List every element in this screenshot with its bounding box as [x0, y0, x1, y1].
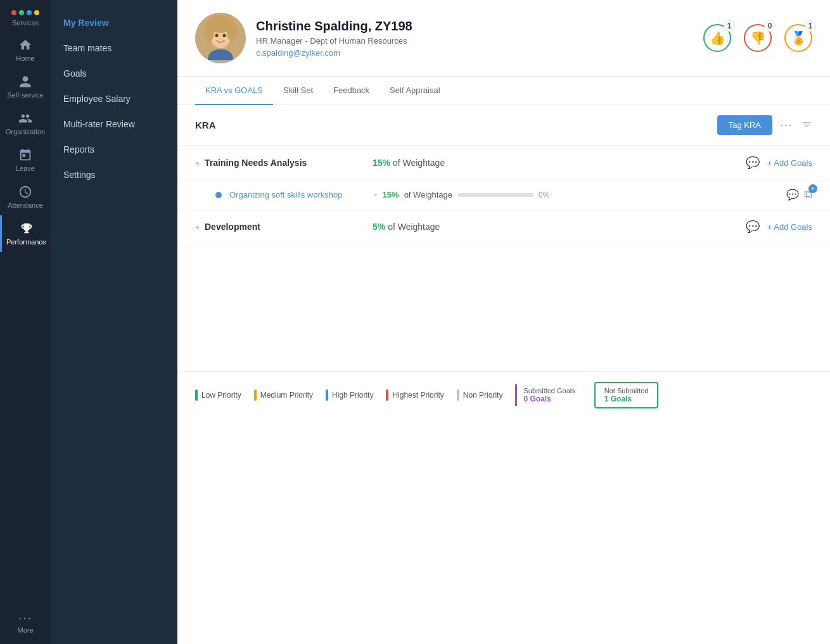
tab-skill-set[interactable]: Skill Set — [273, 77, 323, 105]
profile-info: Christine Spalding, ZY198 HR Manager - D… — [256, 19, 693, 58]
profile-role: HR Manager - Dept of Human Resources — [256, 36, 693, 46]
tabs-bar: KRA vs GOALS Skill Set Feedback Self App… — [177, 77, 830, 105]
legend-bar-highest — [386, 389, 388, 401]
nav-item-organization[interactable]: Organization — [0, 105, 51, 142]
badge-thumbsup: 👍 1 — [703, 24, 731, 52]
kra-actions: Tag KRA ··· — [717, 115, 812, 135]
tab-self-appraisal[interactable]: Self Appraisal — [380, 77, 450, 105]
nav-item-performance[interactable]: Performance — [0, 215, 51, 252]
not-submitted-count: 1 Goals — [604, 395, 649, 403]
svg-point-5 — [227, 22, 237, 42]
goal-weight-info-1: 15% of Weightage 0% — [383, 190, 786, 199]
kra-section-name-development: ⬦ Development — [195, 222, 373, 232]
goal-row-1: Organizing soft skills workshop • 15% of… — [177, 180, 830, 210]
add-goals-button-training[interactable]: + Add Goals — [767, 158, 812, 168]
sidebar-item-settings[interactable]: Settings — [51, 162, 177, 187]
main-content: Christine Spalding, ZY198 HR Manager - D… — [177, 0, 830, 644]
legend-bar-non — [457, 389, 459, 401]
kra-section-name-training: ⬦ Training Needs Analysis — [195, 158, 373, 168]
chevron-icon-development[interactable]: ⬦ — [195, 222, 200, 231]
sidebar-item-reports[interactable]: Reports — [51, 137, 177, 162]
chevron-icon-training[interactable]: ⬦ — [195, 158, 200, 167]
kra-title: KRA — [195, 120, 216, 130]
goal-name-1[interactable]: Organizing soft skills workshop — [229, 190, 369, 199]
submitted-goals-box: Submitted Goals 0 Goals — [515, 384, 581, 406]
goal-actions-1: 💬 ⧉ + — [786, 188, 812, 201]
thumbsup-count: 1 — [724, 20, 735, 32]
dot-blue — [27, 10, 32, 15]
profile-badges: 👍 1 👎 0 🏅 1 — [703, 24, 812, 52]
goal-dot — [215, 192, 222, 198]
dot-yellow — [34, 10, 39, 15]
submitted-title: Submitted Goals — [523, 387, 575, 395]
services-label: Services — [12, 19, 39, 27]
not-submitted-title: Not Submitted — [604, 387, 649, 395]
badge-thumbsdown: 👎 0 — [744, 24, 772, 52]
progress-pct: 0% — [539, 191, 549, 199]
legend-high-priority: High Priority — [326, 389, 373, 401]
dot-green — [19, 10, 24, 15]
services-button[interactable]: Services — [11, 8, 39, 27]
tag-kra-button[interactable]: Tag KRA — [717, 115, 772, 135]
tab-feedback[interactable]: Feedback — [323, 77, 380, 105]
comment-icon-training[interactable]: 💬 — [746, 156, 760, 170]
profile-email: c.spalding@zylker.com — [256, 48, 693, 58]
content-spacer — [177, 244, 830, 371]
not-submitted-goals-box: Not Submitted 1 Goals — [594, 382, 659, 408]
dot-red — [11, 10, 16, 15]
nav-item-home[interactable]: Home — [0, 32, 51, 68]
submitted-count: 0 Goals — [523, 395, 575, 403]
profile-header: Christine Spalding, ZY198 HR Manager - D… — [177, 0, 830, 77]
secondary-sidebar: My Review Team mates Goals Employee Sala… — [51, 0, 177, 644]
award-count: 1 — [805, 20, 816, 32]
thumbsdown-count: 0 — [764, 20, 776, 32]
avatar — [195, 13, 246, 63]
svg-point-4 — [204, 22, 214, 42]
legend-bar-low — [195, 389, 198, 401]
svg-point-7 — [223, 34, 226, 37]
tab-kra-goals[interactable]: KRA vs GOALS — [195, 77, 273, 105]
add-goals-button-development[interactable]: + Add Goals — [767, 222, 812, 232]
progress-bar — [457, 193, 533, 197]
more-options-icon[interactable]: ··· — [780, 118, 793, 132]
kra-weight-development: 5% of Weightage — [373, 222, 746, 232]
copy-icon-wrap: ⧉ + — [804, 188, 812, 201]
goal-comment-icon[interactable]: 💬 — [786, 189, 799, 201]
nav-item-attendance[interactable]: Attendance — [0, 179, 51, 215]
kra-header: KRA Tag KRA ··· — [177, 105, 830, 146]
nav-item-more[interactable]: ··· More — [0, 604, 51, 644]
svg-point-6 — [215, 34, 219, 37]
icon-sidebar: Services Home Self-service Organization … — [0, 0, 51, 644]
sidebar-item-employee-salary[interactable]: Employee Salary — [51, 86, 177, 111]
legend-bar-high — [326, 389, 328, 401]
nav-item-leave[interactable]: Leave — [0, 142, 51, 179]
legend-bar-medium — [254, 389, 257, 401]
legend-medium-priority: Medium Priority — [254, 389, 313, 401]
comment-icon-development[interactable]: 💬 — [746, 220, 760, 234]
sidebar-item-my-review[interactable]: My Review — [51, 10, 177, 35]
kra-section-development: ⬦ Development 5% of Weightage 💬 + Add Go… — [177, 210, 830, 244]
sidebar-item-team-mates[interactable]: Team mates — [51, 35, 177, 61]
profile-name: Christine Spalding, ZY198 — [256, 19, 693, 34]
kra-weight-training: 15% of Weightage — [373, 158, 746, 168]
legend-footer: Low Priority Medium Priority High Priori… — [177, 371, 830, 419]
sidebar-item-goals[interactable]: Goals — [51, 61, 177, 86]
legend-non-priority: Non Priority — [457, 389, 503, 401]
content-area: KRA Tag KRA ··· ⬦ Training Needs Analysi… — [177, 105, 830, 644]
filter-icon[interactable] — [801, 118, 812, 132]
copy-badge: + — [808, 184, 817, 193]
kra-section-training: ⬦ Training Needs Analysis 15% of Weighta… — [177, 146, 830, 180]
legend-highest-priority: Highest Priority — [386, 389, 444, 401]
legend-low-priority: Low Priority — [195, 389, 241, 401]
nav-item-self-service[interactable]: Self-service — [0, 68, 51, 105]
sidebar-item-multi-rater-review[interactable]: Multi-rater Review — [51, 111, 177, 137]
badge-award: 🏅 1 — [784, 24, 812, 52]
